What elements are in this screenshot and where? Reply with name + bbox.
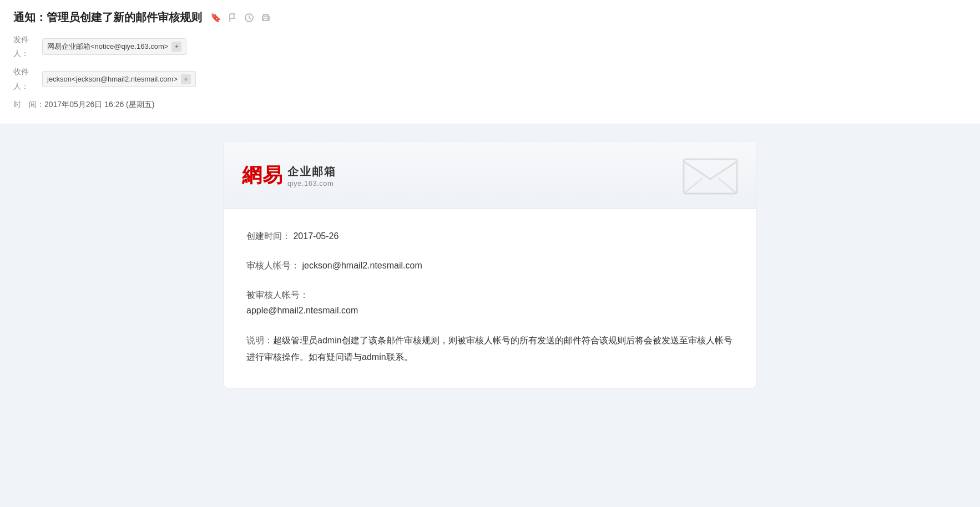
svg-rect-2: [264, 18, 268, 21]
from-label: 发件人：: [13, 33, 42, 60]
email-header: 通知：管理员创建了新的邮件审核规则 🔖: [0, 0, 980, 124]
reviewer-label: 审核人帐号：: [246, 261, 300, 270]
create-time-label: 创建时间：: [246, 231, 291, 241]
envelope-decorative-icon: [683, 154, 738, 198]
netease-logo-text: 網易: [242, 162, 283, 189]
from-tag[interactable]: 网易企业邮箱<notice@qiye.163.com> +: [42, 38, 186, 54]
to-row: 收件人： jeckson<jeckson@hmail2.ntesmail.com…: [13, 65, 967, 93]
reviewer-value: jeckson@hmail2.ntesmail.com: [302, 261, 422, 270]
desc-label: 说明：: [246, 336, 273, 345]
desc-block: 说明：超级管理员admin创建了该条邮件审核规则，则被审核人帐号的所有发送的邮件…: [246, 332, 734, 366]
svg-point-3: [267, 17, 269, 18]
toolbar-icons: 🔖: [210, 12, 272, 24]
time-label: 时 间：: [13, 98, 44, 111]
to-tag[interactable]: jeckson<jeckson@hmail2.ntesmail.com> +: [42, 71, 196, 87]
reviewer-row: 审核人帐号： jeckson@hmail2.ntesmail.com: [246, 258, 734, 273]
email-card-body: 创建时间： 2017-05-26 审核人帐号： jeckson@hmail2.n…: [224, 209, 756, 388]
from-plus-btn[interactable]: +: [171, 42, 181, 52]
email-card-header: 網易 企业邮箱 qiye.163.com: [224, 141, 756, 209]
email-viewer: 通知：管理员创建了新的邮件审核规则 🔖: [0, 0, 980, 507]
flag-icon[interactable]: [226, 12, 239, 24]
brand-url: qiye.163.com: [287, 179, 336, 187]
reviewee-label: 被审核人帐号：: [246, 290, 309, 300]
bookmark-icon[interactable]: 🔖: [210, 12, 222, 24]
brand-logo: 網易 企业邮箱 qiye.163.com: [242, 162, 336, 189]
clock-icon[interactable]: [243, 12, 255, 24]
to-label: 收件人：: [13, 65, 42, 93]
reviewee-row: 被审核人帐号： apple@hmail2.ntesmail.com: [246, 287, 734, 317]
desc-text: 超级管理员admin创建了该条邮件审核规则，则被审核人帐号的所有发送的邮件符合该…: [246, 336, 733, 362]
brand-name: 企业邮箱: [287, 164, 336, 179]
create-time-row: 创建时间： 2017-05-26: [246, 229, 734, 244]
svg-rect-4: [684, 159, 737, 194]
subject-row: 通知：管理员创建了新的邮件审核规则 🔖: [13, 10, 967, 25]
print-icon[interactable]: [260, 12, 272, 24]
email-subject: 通知：管理员创建了新的邮件审核规则: [13, 10, 202, 25]
to-plus-btn[interactable]: +: [181, 74, 191, 84]
from-row: 发件人： 网易企业邮箱<notice@qiye.163.com> +: [13, 33, 967, 60]
create-time-value: 2017-05-26: [293, 231, 339, 241]
time-value: 2017年05月26日 16:26 (星期五): [44, 98, 154, 111]
brand-right: 企业邮箱 qiye.163.com: [287, 164, 336, 187]
time-row: 时 间： 2017年05月26日 16:26 (星期五): [13, 98, 967, 111]
reviewee-value: apple@hmail2.ntesmail.com: [246, 306, 358, 315]
email-card: 網易 企业邮箱 qiye.163.com 创建时间： 2017-05-26: [224, 141, 756, 389]
email-body-area: 網易 企业邮箱 qiye.163.com 创建时间： 2017-05-26: [0, 124, 980, 405]
